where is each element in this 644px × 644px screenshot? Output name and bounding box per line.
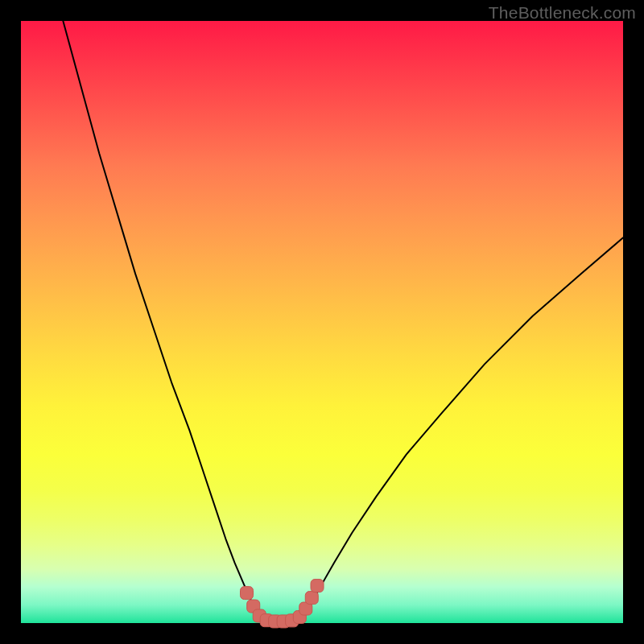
chart-svg [21, 21, 623, 623]
valley-marker [305, 592, 318, 605]
watermark-label: TheBottleneck.com [489, 3, 636, 23]
chart-frame: TheBottleneck.com [0, 0, 644, 644]
bottleneck-curve [63, 21, 623, 621]
curve-group [63, 21, 623, 621]
chart-plot-area [21, 21, 623, 623]
valley-marker [241, 587, 254, 600]
valley-marker [311, 580, 324, 592]
marker-group [241, 580, 324, 628]
